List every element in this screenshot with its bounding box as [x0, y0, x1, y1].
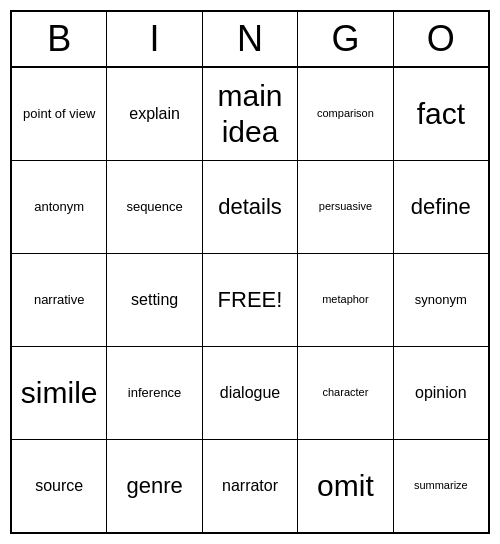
bingo-cell: inference: [107, 347, 202, 439]
bingo-cell: narrator: [203, 440, 298, 532]
bingo-cell: character: [298, 347, 393, 439]
bingo-cell: source: [12, 440, 107, 532]
header-letter: I: [107, 12, 202, 66]
bingo-cell: fact: [394, 68, 488, 160]
header-letter: N: [203, 12, 298, 66]
bingo-cell: genre: [107, 440, 202, 532]
bingo-cell: opinion: [394, 347, 488, 439]
cell-text: character: [322, 386, 368, 399]
cell-text: explain: [129, 104, 180, 123]
cell-text: narrator: [222, 476, 278, 495]
cell-text: synonym: [415, 292, 467, 308]
header-letter: G: [298, 12, 393, 66]
bingo-cell: details: [203, 161, 298, 253]
bingo-row: simileinferencedialoguecharacteropinion: [12, 347, 488, 440]
cell-text: sequence: [126, 199, 182, 215]
bingo-row: sourcegenrenarratoromitsummarize: [12, 440, 488, 532]
cell-text: omit: [317, 468, 374, 504]
cell-text: inference: [128, 385, 181, 401]
header-letter: B: [12, 12, 107, 66]
bingo-cell: persuasive: [298, 161, 393, 253]
cell-text: main idea: [206, 78, 294, 150]
bingo-cell: FREE!: [203, 254, 298, 346]
cell-text: genre: [126, 473, 182, 499]
header-letter: O: [394, 12, 488, 66]
bingo-cell: define: [394, 161, 488, 253]
bingo-cell: summarize: [394, 440, 488, 532]
cell-text: FREE!: [218, 287, 283, 313]
cell-text: simile: [21, 375, 98, 411]
bingo-card: BINGO point of viewexplainmain ideacompa…: [10, 10, 490, 534]
bingo-grid: point of viewexplainmain ideacomparisonf…: [12, 68, 488, 532]
bingo-cell: explain: [107, 68, 202, 160]
cell-text: dialogue: [220, 383, 281, 402]
bingo-row: narrativesettingFREE!metaphorsynonym: [12, 254, 488, 347]
cell-text: define: [411, 194, 471, 220]
cell-text: metaphor: [322, 293, 368, 306]
bingo-row: point of viewexplainmain ideacomparisonf…: [12, 68, 488, 161]
bingo-cell: metaphor: [298, 254, 393, 346]
cell-text: details: [218, 194, 282, 220]
bingo-cell: comparison: [298, 68, 393, 160]
cell-text: antonym: [34, 199, 84, 215]
bingo-cell: narrative: [12, 254, 107, 346]
cell-text: source: [35, 476, 83, 495]
cell-text: summarize: [414, 479, 468, 492]
bingo-cell: omit: [298, 440, 393, 532]
bingo-cell: main idea: [203, 68, 298, 160]
bingo-cell: antonym: [12, 161, 107, 253]
cell-text: point of view: [23, 106, 95, 122]
cell-text: opinion: [415, 383, 467, 402]
bingo-cell: point of view: [12, 68, 107, 160]
bingo-cell: setting: [107, 254, 202, 346]
bingo-row: antonymsequencedetailspersuasivedefine: [12, 161, 488, 254]
bingo-cell: dialogue: [203, 347, 298, 439]
bingo-cell: synonym: [394, 254, 488, 346]
bingo-header: BINGO: [12, 12, 488, 68]
cell-text: persuasive: [319, 200, 372, 213]
bingo-cell: simile: [12, 347, 107, 439]
cell-text: comparison: [317, 107, 374, 120]
bingo-cell: sequence: [107, 161, 202, 253]
cell-text: setting: [131, 290, 178, 309]
cell-text: narrative: [34, 292, 85, 308]
cell-text: fact: [417, 96, 465, 132]
